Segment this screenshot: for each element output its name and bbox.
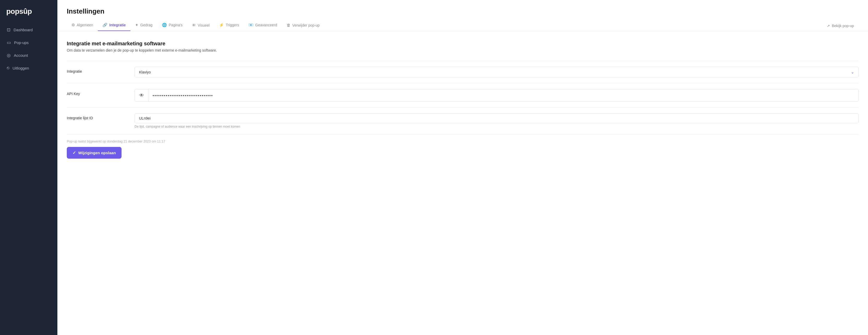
tab-verwijder[interactable]: 🗑 Verwijder pop-up bbox=[282, 20, 324, 31]
tab-triggers[interactable]: ⚡ Triggers bbox=[214, 20, 244, 31]
integratie-select-display[interactable]: Klaviyo ⌄ bbox=[135, 67, 858, 77]
api-key-control: 👁 bbox=[134, 89, 859, 102]
section-subtitle: Om data te verzamelen dien je de pop-up … bbox=[67, 48, 859, 53]
tab-paginas[interactable]: 🌐 Pagina's bbox=[157, 20, 187, 31]
tab-integratie[interactable]: 🔗 Integratie bbox=[98, 20, 130, 31]
triggers-icon: ⚡ bbox=[219, 23, 224, 27]
sidebar-item-account[interactable]: ◎ Account bbox=[3, 49, 54, 61]
external-link-icon: ↗ bbox=[827, 24, 830, 28]
geavanceerd-icon: 📧 bbox=[249, 23, 253, 27]
tab-label: Verwijder pop-up bbox=[292, 23, 320, 27]
integratie-control: Klaviyo ⌄ bbox=[134, 67, 859, 77]
integratie-select[interactable]: Klaviyo ⌄ bbox=[134, 67, 859, 77]
integratie-value: Klaviyo bbox=[139, 70, 151, 74]
save-timestamp: Pop-up laatst bijgewerkt op donderdag 21… bbox=[67, 140, 859, 143]
sidebar-item-label: Account bbox=[14, 53, 28, 58]
logout-icon: ⎋ bbox=[7, 65, 9, 71]
save-button[interactable]: ✓ Wijzigingen opslaan bbox=[67, 147, 122, 159]
chevron-down-icon: ⌄ bbox=[851, 70, 854, 74]
save-section: Pop-up laatst bijgewerkt op donderdag 21… bbox=[67, 134, 859, 159]
tab-geavanceerd[interactable]: 📧 Geavanceerd bbox=[244, 20, 282, 31]
settings-content: Integratie met e-mailmarketing software … bbox=[57, 31, 868, 335]
lijst-id-label: Integratie lijst ID bbox=[67, 113, 134, 120]
checkmark-icon: ✓ bbox=[72, 150, 76, 155]
popups-icon: ▭ bbox=[7, 40, 11, 45]
sidebar-item-label: Pop-ups bbox=[14, 40, 29, 45]
lijst-id-input[interactable] bbox=[134, 113, 859, 123]
bekijk-label: Bekijk pop-up bbox=[832, 24, 854, 28]
tab-label: Integratie bbox=[109, 23, 126, 27]
api-key-field-row: API Key 👁 bbox=[67, 83, 859, 107]
tab-label: Pagina's bbox=[169, 23, 183, 27]
account-icon: ◎ bbox=[7, 53, 11, 58]
sidebar: popsûp ⊡ Dashboard ▭ Pop-ups ◎ Account ⎋… bbox=[0, 0, 57, 335]
api-key-wrapper: 👁 bbox=[134, 89, 859, 102]
eye-icon: 👁 bbox=[139, 93, 144, 98]
lijst-id-field-row: Integratie lijst ID De lijst, campagne o… bbox=[67, 107, 859, 134]
tab-bar: ⚙ Algemeen 🔗 Integratie ✦ Gedrag 🌐 Pagin… bbox=[67, 20, 859, 31]
algemeen-icon: ⚙ bbox=[71, 23, 75, 27]
api-key-input[interactable] bbox=[148, 91, 858, 100]
verwijder-icon: 🗑 bbox=[287, 23, 290, 27]
main-content: Instellingen ⚙ Algemeen 🔗 Integratie ✦ G… bbox=[57, 0, 868, 335]
tab-label: Triggers bbox=[226, 23, 239, 27]
sidebar-nav: ⊡ Dashboard ▭ Pop-ups ◎ Account ⎋ Uitlog… bbox=[0, 24, 57, 74]
logo: popsûp bbox=[0, 0, 57, 24]
paginas-icon: 🌐 bbox=[162, 23, 167, 27]
tab-label: Geavanceerd bbox=[255, 23, 277, 27]
sidebar-item-popups[interactable]: ▭ Pop-ups bbox=[3, 37, 54, 48]
tab-visueel[interactable]: 👁 Visueel bbox=[187, 20, 214, 31]
sidebar-item-logout[interactable]: ⎋ Uitloggen bbox=[3, 62, 54, 74]
tab-gedrag[interactable]: ✦ Gedrag bbox=[130, 20, 157, 31]
integratie-field-row: Integratie Klaviyo ⌄ bbox=[67, 61, 859, 83]
page-header: Instellingen ⚙ Algemeen 🔗 Integratie ✦ G… bbox=[57, 0, 868, 31]
page-title: Instellingen bbox=[67, 7, 859, 15]
gedrag-icon: ✦ bbox=[135, 23, 138, 27]
sidebar-item-dashboard[interactable]: ⊡ Dashboard bbox=[3, 24, 54, 36]
visueel-icon: 👁 bbox=[192, 23, 196, 27]
sidebar-item-label: Uitloggen bbox=[12, 66, 29, 70]
dashboard-icon: ⊡ bbox=[7, 27, 10, 33]
integratie-icon: 🔗 bbox=[102, 23, 107, 27]
tab-label: Algemeen bbox=[77, 23, 93, 27]
integratie-label: Integratie bbox=[67, 67, 134, 73]
toggle-visibility-button[interactable]: 👁 bbox=[135, 89, 148, 101]
save-button-label: Wijzigingen opslaan bbox=[78, 150, 116, 155]
tab-label: Visueel bbox=[198, 23, 210, 27]
lijst-id-control: De lijst, campagne of audience waar een … bbox=[134, 113, 859, 128]
sidebar-item-label: Dashboard bbox=[13, 28, 33, 32]
tab-label: Gedrag bbox=[140, 23, 153, 27]
bekijk-popup-button[interactable]: ↗ Bekijk pop-up bbox=[822, 21, 859, 31]
tab-algemeen[interactable]: ⚙ Algemeen bbox=[67, 20, 98, 31]
api-key-label: API Key bbox=[67, 89, 134, 96]
section-title: Integratie met e-mailmarketing software bbox=[67, 41, 859, 46]
lijst-id-hint: De lijst, campagne of audience waar een … bbox=[134, 125, 859, 128]
